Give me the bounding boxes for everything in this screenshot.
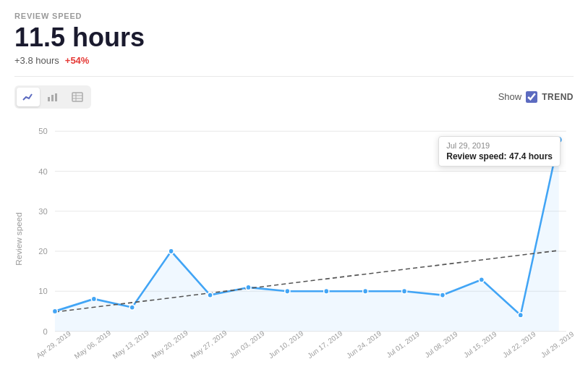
svg-text:Jul 15, 2019: Jul 15, 2019	[462, 329, 498, 359]
svg-text:Jul 22, 2019: Jul 22, 2019	[501, 329, 537, 359]
trend-checkbox[interactable]	[526, 91, 537, 103]
svg-point-32	[440, 292, 445, 297]
page-container: REVIEW SPEED 11.5 hours +3.8 hours +54%	[0, 0, 588, 383]
svg-text:Jul 01, 2019: Jul 01, 2019	[385, 329, 421, 359]
svg-text:10: 10	[38, 287, 47, 295]
bar-chart-button[interactable]	[41, 88, 64, 106]
svg-point-30	[363, 288, 368, 293]
svg-text:50: 50	[38, 127, 47, 135]
chart-area: 50 40 30 20 10 0 Review speed	[14, 116, 574, 362]
svg-text:May 06, 2019: May 06, 2019	[73, 328, 113, 361]
svg-text:20: 20	[38, 247, 47, 256]
delta-pct: +54%	[65, 55, 90, 66]
svg-text:May 27, 2019: May 27, 2019	[189, 328, 229, 361]
svg-text:Jun 03, 2019: Jun 03, 2019	[229, 329, 266, 360]
svg-text:Jul 08, 2019: Jul 08, 2019	[423, 329, 459, 359]
svg-text:40: 40	[38, 167, 47, 175]
svg-rect-0	[48, 97, 50, 101]
svg-text:Review speed: Review speed	[14, 212, 23, 265]
main-value: 11.5 hours	[14, 23, 574, 52]
svg-text:May 13, 2019: May 13, 2019	[111, 328, 151, 361]
svg-point-29	[324, 288, 329, 293]
svg-text:Jun 17, 2019: Jun 17, 2019	[306, 329, 344, 360]
svg-text:0: 0	[43, 327, 48, 335]
toolbar: Show TREND	[14, 85, 574, 109]
svg-point-35	[555, 135, 563, 143]
chart-type-buttons	[14, 85, 91, 109]
svg-rect-2	[55, 93, 57, 101]
svg-text:30: 30	[38, 206, 47, 215]
svg-point-28	[285, 288, 290, 293]
chart-svg: 50 40 30 20 10 0 Review speed	[14, 116, 574, 362]
svg-text:Apr 29, 2019: Apr 29, 2019	[35, 329, 72, 360]
divider	[14, 76, 574, 77]
svg-point-34	[518, 312, 523, 317]
line-chart-button[interactable]	[17, 88, 40, 106]
show-trend-control: Show TREND	[498, 91, 574, 103]
svg-point-25	[169, 248, 174, 253]
svg-text:May 20, 2019: May 20, 2019	[150, 328, 190, 361]
show-label: Show	[498, 91, 522, 102]
trend-label: TREND	[542, 92, 574, 102]
section-label: REVIEW SPEED	[14, 12, 574, 20]
svg-point-33	[479, 277, 484, 282]
svg-point-24	[129, 304, 135, 309]
table-view-button[interactable]	[66, 88, 89, 106]
delta-hours: +3.8 hours	[14, 55, 59, 66]
svg-text:Jul 29, 2019: Jul 29, 2019	[540, 329, 574, 359]
svg-point-31	[402, 288, 407, 293]
svg-point-26	[208, 292, 213, 297]
svg-point-27	[246, 285, 251, 290]
svg-point-23	[91, 296, 96, 301]
svg-rect-1	[51, 95, 54, 101]
svg-text:Jun 24, 2019: Jun 24, 2019	[345, 329, 383, 360]
svg-text:Jun 10, 2019: Jun 10, 2019	[267, 329, 304, 360]
svg-rect-3	[72, 93, 82, 101]
svg-point-22	[52, 308, 57, 313]
